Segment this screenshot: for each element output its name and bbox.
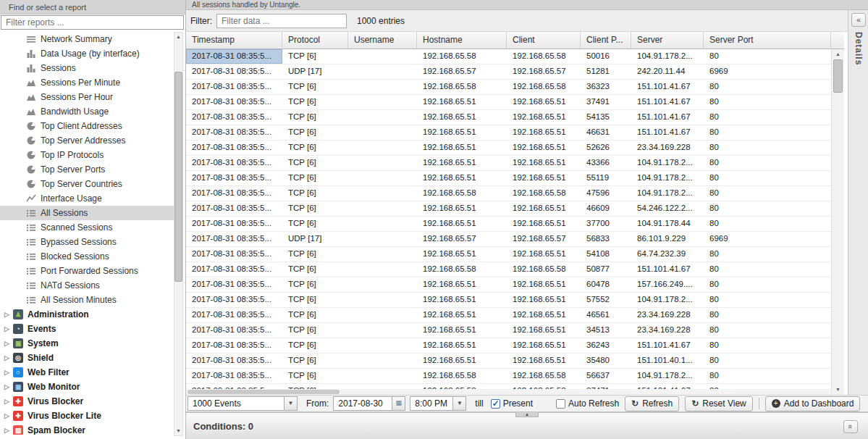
- cell-protocol[interactable]: UDP [17]: [282, 64, 348, 79]
- cell-hostname[interactable]: 192.168.65.51: [417, 110, 507, 125]
- cell-server[interactable]: 151.101.40.1...: [631, 354, 704, 368]
- cell-username[interactable]: [348, 338, 417, 353]
- cell-protocol[interactable]: TCP [6]: [282, 141, 348, 155]
- cell-client-p[interactable]: 47596: [581, 186, 631, 201]
- cell-timestamp[interactable]: 2017-08-31 08:35:5...: [186, 369, 282, 383]
- cell-server[interactable]: 23.34.169.228: [631, 141, 704, 155]
- cell-timestamp[interactable]: 2017-08-31 08:35:5...: [186, 323, 282, 338]
- cell-protocol[interactable]: TCP [6]: [282, 217, 348, 231]
- scrollbar-thumb[interactable]: [174, 72, 182, 282]
- cell-username[interactable]: [348, 369, 417, 383]
- cell-client[interactable]: 192.168.65.51: [507, 354, 581, 368]
- expand-arrow-icon[interactable]: ▷: [4, 311, 13, 318]
- cell-hostname[interactable]: 192.168.65.58: [417, 369, 507, 383]
- cell-hostname[interactable]: 192.168.65.51: [417, 95, 507, 109]
- cell-username[interactable]: [348, 232, 417, 246]
- cell-username[interactable]: [348, 125, 417, 140]
- expand-details-button[interactable]: «: [851, 13, 866, 27]
- from-time-select[interactable]: 8:00 PM ▼: [410, 396, 466, 411]
- cell-hostname[interactable]: 192.168.65.58: [417, 262, 507, 277]
- cell-hostname[interactable]: 192.168.65.51: [417, 125, 507, 140]
- table-row[interactable]: 2017-08-31 08:35:5...TCP [6]192.168.65.5…: [186, 95, 844, 110]
- cell-timestamp[interactable]: 2017-08-31 08:35:5...: [186, 186, 282, 201]
- conditions-collapse-handle[interactable]: ▲: [515, 412, 539, 417]
- cell-timestamp[interactable]: 2017-08-31 08:35:5...: [186, 277, 282, 292]
- cell-server[interactable]: 151.101.41.67: [631, 262, 704, 277]
- cell-protocol[interactable]: TCP [6]: [282, 338, 348, 353]
- column-header[interactable]: Server Port: [704, 32, 831, 49]
- sidebar-report-item[interactable]: Top IP Protocols: [0, 148, 174, 162]
- scroll-down-icon[interactable]: ▼: [174, 427, 182, 435]
- sidebar-report-item[interactable]: Bandwidth Usage: [0, 104, 174, 119]
- cell-username[interactable]: [348, 201, 417, 216]
- calendar-icon[interactable]: ▦: [392, 397, 405, 410]
- cell-protocol[interactable]: TCP [6]: [282, 171, 348, 185]
- cell-client[interactable]: 192.168.65.51: [507, 308, 581, 322]
- cell-username[interactable]: [348, 247, 417, 262]
- cell-hostname[interactable]: 192.168.65.51: [417, 293, 507, 307]
- sidebar-report-item[interactable]: Bypassed Sessions: [0, 235, 174, 249]
- sidebar-report-item[interactable]: Blocked Sessions: [0, 249, 174, 264]
- cell-timestamp[interactable]: 2017-08-31 08:35:5...: [186, 49, 282, 64]
- cell-server-port[interactable]: 80: [704, 262, 831, 277]
- table-row[interactable]: 2017-08-31 08:35:5...UDP [17]192.168.65.…: [186, 64, 844, 80]
- table-row[interactable]: 2017-08-31 08:35:5...TCP [6]192.168.65.5…: [186, 308, 844, 323]
- cell-username[interactable]: [348, 186, 417, 201]
- expand-arrow-icon[interactable]: ▷: [4, 427, 13, 434]
- cell-client-p[interactable]: 56637: [581, 369, 631, 383]
- expand-arrow-icon[interactable]: ▷: [4, 325, 13, 333]
- expand-arrow-icon[interactable]: ▷: [4, 354, 13, 361]
- cell-client-p[interactable]: 56833: [581, 232, 631, 246]
- cell-server-port[interactable]: 80: [704, 110, 831, 125]
- cell-hostname[interactable]: 192.168.65.57: [417, 232, 507, 246]
- column-header[interactable]: Protocol: [282, 32, 348, 49]
- cell-server-port[interactable]: 80: [704, 308, 831, 322]
- column-header[interactable]: Hostname: [417, 32, 507, 49]
- cell-timestamp[interactable]: 2017-08-31 08:35:5...: [186, 171, 282, 185]
- sidebar-group-item[interactable]: ▷ ▣ Web Monitor: [0, 380, 174, 394]
- scroll-up-icon[interactable]: ▲: [833, 50, 843, 59]
- cell-client-p[interactable]: 46561: [581, 308, 631, 322]
- table-row[interactable]: 2017-08-31 08:35:5...TCP [6]192.168.65.5…: [186, 80, 844, 95]
- table-row[interactable]: 2017-08-31 08:35:5...TCP [6]192.168.65.5…: [186, 201, 844, 217]
- cell-username[interactable]: [348, 308, 417, 322]
- cell-username[interactable]: [348, 354, 417, 368]
- cell-client-p[interactable]: 36323: [581, 80, 631, 94]
- table-row[interactable]: 2017-08-31 08:35:5...TCP [6]192.168.65.5…: [186, 277, 844, 293]
- cell-timestamp[interactable]: 2017-08-31 08:35:5...: [186, 125, 282, 140]
- cell-client-p[interactable]: 35480: [581, 354, 631, 368]
- table-row[interactable]: 2017-08-31 08:35:5...TCP [6]192.168.65.5…: [186, 323, 844, 338]
- cell-server-port[interactable]: 80: [704, 293, 831, 307]
- cell-timestamp[interactable]: 2017-08-31 08:35:5...: [186, 262, 282, 277]
- sidebar-report-item[interactable]: Top Server Countries: [0, 177, 174, 191]
- cell-protocol[interactable]: TCP [6]: [282, 156, 348, 170]
- table-row[interactable]: 2017-08-31 08:35:5...TCP [6]192.168.65.5…: [186, 217, 844, 232]
- cell-hostname[interactable]: 192.168.65.51: [417, 201, 507, 216]
- table-row[interactable]: 2017-08-31 08:35:5...TCP [6]192.168.65.5…: [186, 49, 844, 64]
- expand-arrow-icon[interactable]: ▷: [4, 383, 13, 390]
- scrollbar-thumb[interactable]: [833, 59, 843, 93]
- cell-server[interactable]: 54.246.122.2...: [631, 201, 704, 216]
- cell-server[interactable]: 151.101.41.67: [631, 110, 704, 125]
- cell-client[interactable]: 192.168.65.51: [507, 110, 581, 125]
- details-tab[interactable]: Details: [854, 32, 864, 65]
- table-row[interactable]: 2017-08-31 08:35:5...UDP [17]192.168.65.…: [186, 232, 844, 247]
- cell-hostname[interactable]: 192.168.65.51: [417, 141, 507, 155]
- expand-arrow-icon[interactable]: ▷: [4, 398, 13, 405]
- sidebar-report-item[interactable]: Port Forwarded Sessions: [0, 264, 174, 278]
- cell-timestamp[interactable]: 2017-08-31 08:35:5...: [186, 95, 282, 109]
- cell-timestamp[interactable]: 2017-08-31 08:35:5...: [186, 201, 282, 216]
- cell-hostname[interactable]: 192.168.65.58: [417, 49, 507, 64]
- cell-server[interactable]: 104.91.178.2...: [631, 369, 704, 383]
- cell-client[interactable]: 192.168.65.51: [507, 323, 581, 338]
- cell-client-p[interactable]: 50016: [581, 49, 631, 64]
- filter-reports-input[interactable]: [1, 15, 184, 30]
- sidebar-report-item[interactable]: Data Usage (by interface): [0, 46, 174, 61]
- cell-server-port[interactable]: 80: [704, 171, 831, 185]
- sidebar-report-item[interactable]: All Session Minutes: [0, 293, 174, 307]
- cell-client[interactable]: 192.168.65.58: [507, 80, 581, 94]
- chevron-down-icon[interactable]: ▼: [284, 397, 297, 410]
- sidebar-scrollbar[interactable]: ▲ ▼: [174, 32, 183, 436]
- refresh-button[interactable]: ↻ Refresh: [625, 396, 679, 411]
- table-row[interactable]: 2017-08-31 08:35:5...TCP [6]192.168.65.5…: [186, 156, 844, 171]
